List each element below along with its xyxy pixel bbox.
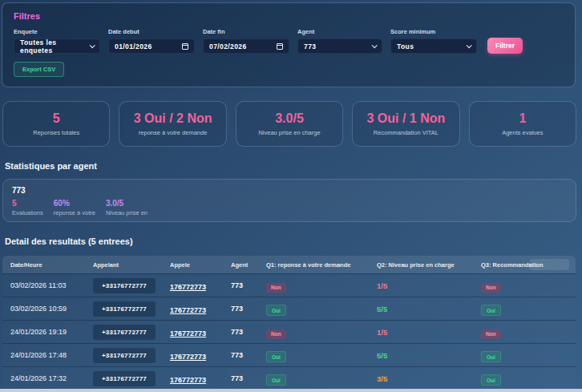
q1-cell: Non <box>266 278 377 293</box>
results-table-header: Date/Heure Appelant Appele Agent Q1: rep… <box>2 256 576 273</box>
agent-stat-value: 60% <box>54 199 95 208</box>
field-agent-label: Agent <box>297 28 382 35</box>
callee-cell: 176772773 <box>170 371 231 386</box>
agent-stat-label: reponse à votre <box>54 209 95 216</box>
q1-cell: Oui <box>266 348 377 363</box>
agent-stat-label: Niveau prise en <box>106 209 148 216</box>
date-debut-value: 01/01/2026 <box>115 42 152 51</box>
caller-cell: +33176772777 <box>93 278 170 293</box>
export-csv-button[interactable]: Export CSV <box>14 62 64 77</box>
q2-score: 1/5 <box>377 281 481 290</box>
enquete-select-value: Toutes les enquetes <box>20 38 85 55</box>
card-value: 3 Oui / 2 Non <box>134 111 212 126</box>
column-header-agent: Agent <box>231 261 266 269</box>
agent-stats-title: Statistiques par agent <box>5 161 582 171</box>
card-agents-evalues: 1 Agents evalues <box>469 101 576 147</box>
chevron-down-icon <box>90 42 95 48</box>
card-reponses-totales: 5 Reponses totales <box>2 101 110 147</box>
field-date-fin: Date fin 07/02/2026 <box>203 28 289 54</box>
q2-score: 5/5 <box>377 351 481 360</box>
card-value: 3 Oui / 1 Non <box>367 111 446 126</box>
summary-cards-row: 5 Reponses totales 3 Oui / 2 Non reponse… <box>2 101 576 147</box>
column-header-q1: Q1: reponse à votre demande <box>266 261 377 269</box>
results-table-body: 03/02/2026 11:03+33176772777176772773773… <box>2 273 576 390</box>
agent-id: 773 <box>12 186 567 195</box>
field-enquete-label: Enquete <box>14 28 100 35</box>
card-value: 3.0/5 <box>275 111 304 126</box>
callee-link[interactable]: 176772773 <box>170 329 206 337</box>
column-header-appelant: Appelant <box>93 261 170 269</box>
agent-stat-evaluations: 5 Evaluations <box>12 199 43 216</box>
results-title: Detail des resultats (5 entrees) <box>5 236 582 246</box>
q2-score: 5/5 <box>377 305 481 313</box>
card-niveau-prise-en-charge: 3.0/5 Niveau prise en charge <box>236 101 343 147</box>
result-agent: 773 <box>231 328 266 336</box>
result-datetime: 24/01/2026 19:19 <box>10 328 93 336</box>
caller-cell: +33176772777 <box>93 371 170 386</box>
agent-select[interactable]: 773 <box>297 38 382 54</box>
date-fin-input[interactable]: 07/02/2026 <box>203 38 289 54</box>
card-reponse-demande: 3 Oui / 2 Non reponse à votre demande <box>119 101 226 147</box>
card-label: Agents evalues <box>502 129 543 136</box>
agent-stat-value: 5 <box>12 199 43 208</box>
q1-badge: Oui <box>266 374 286 386</box>
card-label: Reponses totales <box>33 129 79 136</box>
callee-cell: 176772773 <box>170 348 231 362</box>
field-date-debut-label: Date debut <box>108 28 195 35</box>
q3-badge: Non <box>481 283 501 293</box>
caller-cell: +33176772777 <box>93 301 170 317</box>
card-label: Recommandation VITAL <box>374 129 439 136</box>
filters-fields-row: Enquete Toutes les enquetes Date debut 0… <box>14 28 564 54</box>
callee-link[interactable]: 176772773 <box>170 283 206 291</box>
callee-link[interactable]: 176772773 <box>170 376 206 384</box>
score-minimum-select[interactable]: Tous <box>390 38 477 54</box>
caller-number: +33176772777 <box>93 348 156 363</box>
card-value: 5 <box>53 111 60 126</box>
column-header-appele: Appele <box>170 261 231 269</box>
callee-cell: 176772773 <box>170 325 231 339</box>
date-debut-input[interactable]: 01/01/2026 <box>108 38 195 54</box>
result-agent: 773 <box>231 281 266 289</box>
score-minimum-select-value: Tous <box>397 42 414 51</box>
header-highlight <box>529 259 569 270</box>
callee-link[interactable]: 176772773 <box>170 306 206 314</box>
table-row: 03/02/2026 11:03+33176772777176772773773… <box>2 273 576 297</box>
result-datetime: 03/02/2026 11:03 <box>10 281 93 289</box>
calendar-icon[interactable] <box>277 43 283 50</box>
q1-badge: Non <box>266 283 286 293</box>
chevron-down-icon <box>467 42 472 48</box>
field-date-debut: Date debut 01/01/2026 <box>108 28 195 54</box>
q3-cell: Oui <box>481 301 576 317</box>
callee-link[interactable]: 176772773 <box>170 353 206 361</box>
q1-badge: Oui <box>266 305 286 316</box>
agent-stats-card: 773 5 Evaluations 60% reponse à votre 3.… <box>2 179 576 222</box>
calendar-icon[interactable] <box>182 43 188 50</box>
enquete-select[interactable]: Toutes les enquetes <box>14 38 100 54</box>
caller-cell: +33176772777 <box>93 348 170 363</box>
q2-score: 3/5 <box>377 374 481 383</box>
result-datetime: 24/01/2026 17:32 <box>10 374 93 382</box>
filtrer-button[interactable]: Filtrer <box>487 38 523 54</box>
card-recommandation-vital: 3 Oui / 1 Non Recommandation VITAL <box>352 101 459 147</box>
column-header-date: Date/Heure <box>10 261 93 269</box>
q3-badge: Oui <box>481 351 501 362</box>
q3-cell: Oui <box>481 348 576 363</box>
filters-panel: Filtres Enquete Toutes les enquetes Date… <box>2 2 576 87</box>
result-datetime: 24/01/2026 17:48 <box>10 351 93 359</box>
filters-title: Filtres <box>14 11 564 21</box>
table-row: 03/02/2026 10:59+33176772777176772773773… <box>2 297 576 320</box>
dashboard-page: Filtres Enquete Toutes les enquetes Date… <box>0 0 582 392</box>
card-value: 1 <box>519 111 526 126</box>
bottom-edge-strip <box>0 389 582 392</box>
column-header-q2: Q2: Niveau prise en charge <box>377 261 481 269</box>
agent-stats-row: 5 Evaluations 60% reponse à votre 3.0/5 … <box>12 199 567 216</box>
agent-stat-value: 3.0/5 <box>106 199 148 208</box>
q1-badge: Oui <box>266 351 286 362</box>
q1-cell: Non <box>266 325 377 339</box>
q1-badge: Non <box>266 329 286 339</box>
card-label: reponse à votre demande <box>139 129 207 136</box>
caller-number: +33176772777 <box>93 301 156 317</box>
caller-number: +33176772777 <box>93 278 156 293</box>
table-row: 24/01/2026 19:19+33176772777176772773773… <box>2 320 576 343</box>
field-score-minimum-label: Score minimum <box>390 28 477 35</box>
